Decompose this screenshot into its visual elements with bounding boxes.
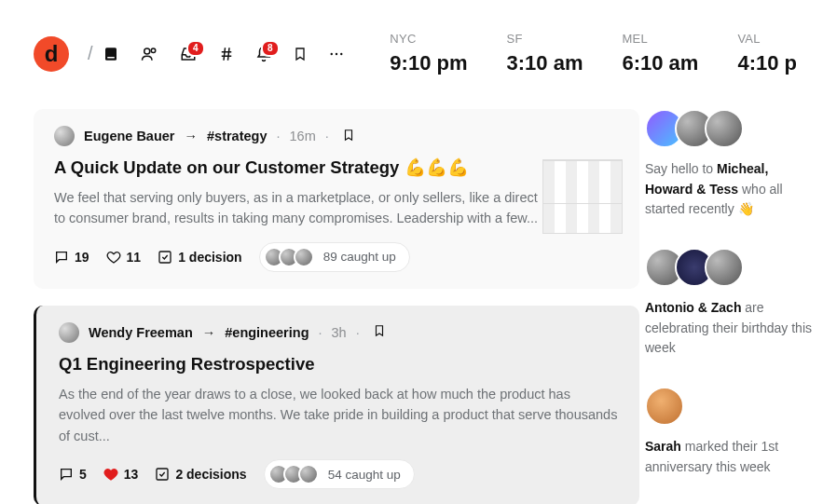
separator-dot: ·	[356, 325, 360, 340]
clock-time: 6:10 am	[622, 51, 698, 75]
svg-rect-1	[107, 57, 115, 59]
post-body: As the end of the year draws to a close,…	[59, 384, 619, 446]
svg-point-4	[330, 52, 332, 54]
bell-icon[interactable]: 8	[255, 46, 272, 62]
clock-val: VAL 4:10 p	[737, 32, 797, 75]
avatar	[705, 109, 744, 148]
post-card[interactable]: Wendy Freeman → #engineering · 3h · Q1 E…	[34, 306, 639, 504]
more-icon[interactable]	[328, 46, 345, 62]
post-author[interactable]: Wendy Freeman	[89, 325, 193, 340]
separator-dot: ·	[325, 129, 329, 143]
sidebar: Say hello to Micheal, Howard & Tess who …	[639, 109, 823, 504]
post-title: A Quick Update on our Customer Strategy …	[54, 157, 619, 178]
decisions-stat[interactable]: 2 decisions	[155, 467, 246, 482]
bookmark-icon[interactable]	[293, 46, 308, 62]
clock-city: MEL	[622, 32, 698, 46]
anniversary-card[interactable]: Sarah marked their 1st anniversary this …	[645, 387, 814, 477]
arrow-right-icon: →	[202, 325, 216, 340]
post-thumbnail[interactable]	[542, 159, 623, 234]
likes-count: 11	[127, 250, 142, 265]
avatar[interactable]	[54, 126, 75, 146]
likes-stat[interactable]: 11	[106, 250, 142, 265]
separator-dot: ·	[276, 129, 280, 143]
feed-icon[interactable]	[103, 46, 119, 62]
avatar[interactable]	[59, 322, 79, 343]
avatar	[298, 464, 319, 484]
post-timeago: 3h	[332, 325, 347, 340]
feed: Eugene Bauer → #strategy · 16m · A Quick…	[34, 109, 639, 504]
post-body: We feel that serving only buyers, as in …	[54, 187, 539, 229]
svg-rect-8	[157, 469, 168, 480]
birthdays-text: Antonio & Zach are celebrating their bir…	[645, 298, 814, 359]
birthdays-card[interactable]: Antonio & Zach are celebrating their bir…	[645, 248, 814, 359]
people-icon[interactable]	[140, 46, 158, 62]
clock-city: SF	[507, 32, 583, 46]
clock-time: 3:10 am	[507, 51, 583, 75]
hash-icon[interactable]	[218, 46, 235, 62]
avatar-pile	[268, 464, 319, 484]
post-channel[interactable]: #engineering	[225, 325, 309, 340]
post-channel[interactable]: #strategy	[207, 129, 267, 143]
clock-nyc: NYC 9:10 pm	[390, 32, 467, 75]
arrow-right-icon: →	[185, 129, 199, 143]
newcomers-card[interactable]: Say hello to Micheal, Howard & Tess who …	[645, 109, 814, 220]
comments-count: 5	[79, 467, 87, 482]
post-title: Q1 Engineering Restrospective	[59, 354, 619, 375]
svg-rect-7	[159, 252, 171, 263]
decisions-count: 1 decision	[178, 250, 241, 265]
svg-point-3	[151, 48, 156, 53]
decisions-stat[interactable]: 1 decision	[158, 250, 241, 265]
bell-badge: 8	[261, 40, 280, 57]
avatar-pile	[264, 247, 314, 267]
avatar	[294, 247, 314, 267]
anniversary-text: Sarah marked their 1st anniversary this …	[645, 437, 814, 477]
separator-dot: ·	[319, 325, 322, 340]
caughtup-label: 54 caught up	[328, 468, 401, 482]
comments-count: 19	[75, 250, 89, 265]
post-timeago: 16m	[290, 129, 316, 143]
likes-stat[interactable]: 13	[103, 467, 139, 482]
newcomers-text: Say hello to Micheal, Howard & Tess who …	[645, 159, 814, 220]
clock-city: NYC	[390, 32, 467, 46]
caughtup-label: 89 caught up	[323, 250, 396, 264]
svg-rect-0	[105, 48, 117, 61]
clock-mel: MEL 6:10 am	[622, 32, 698, 75]
clock-sf: SF 3:10 am	[507, 32, 583, 75]
clock-time: 9:10 pm	[390, 51, 467, 75]
world-clocks: NYC 9:10 pm SF 3:10 am MEL 6:10 am VAL 4…	[390, 32, 797, 75]
clock-city: VAL	[737, 32, 797, 46]
avatar	[705, 248, 744, 287]
svg-point-6	[340, 52, 342, 54]
inbox-badge: 4	[186, 40, 205, 57]
avatar	[645, 387, 684, 426]
breadcrumb-slash: /	[88, 43, 93, 64]
inbox-icon[interactable]: 4	[179, 46, 198, 62]
post-bookmark-icon[interactable]	[373, 323, 386, 341]
post-author[interactable]: Eugene Bauer	[84, 129, 175, 143]
decisions-count: 2 decisions	[175, 467, 246, 482]
comments-stat[interactable]: 5	[59, 467, 87, 482]
caughtup-pill[interactable]: 89 caught up	[259, 242, 410, 272]
comments-stat[interactable]: 19	[54, 250, 89, 265]
post-bookmark-icon[interactable]	[342, 128, 355, 145]
svg-point-2	[144, 48, 149, 54]
post-card[interactable]: Eugene Bauer → #strategy · 16m · A Quick…	[34, 109, 639, 289]
caughtup-pill[interactable]: 54 caught up	[264, 459, 415, 489]
clock-time: 4:10 p	[737, 51, 797, 75]
svg-point-5	[335, 52, 336, 54]
app-logo[interactable]: d	[34, 36, 69, 72]
likes-count: 13	[124, 467, 139, 482]
